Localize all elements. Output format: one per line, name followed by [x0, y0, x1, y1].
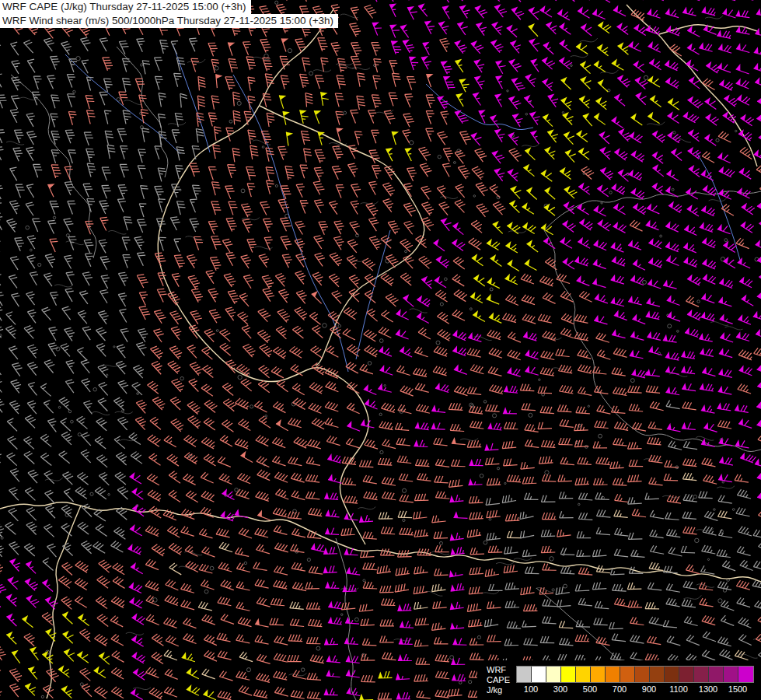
legend-swatch-strip	[516, 666, 754, 683]
legend-swatch	[576, 667, 591, 682]
legend-title: WRF CAPE J/kg	[487, 665, 510, 695]
legend-title-model: WRF	[487, 665, 510, 675]
wind-barb-map	[0, 0, 761, 700]
legend-tick-row: 100300500700900110013001500	[516, 684, 754, 695]
legend-tick-label: 1100	[669, 684, 688, 694]
legend-swatch	[620, 667, 635, 682]
legend-swatch	[591, 667, 606, 682]
legend-title-units: J/kg	[487, 685, 510, 695]
legend-swatch	[665, 667, 679, 682]
legend-swatch	[709, 667, 724, 682]
legend-swatch	[546, 667, 561, 682]
legend-tick-label: 100	[524, 684, 538, 694]
map-title-windshear: WRF Wind shear (m/s) 500/1000hPa Thursda…	[0, 14, 338, 28]
map-title-cape: WRF CAPE (J/kg) Thursday 27-11-2025 15:0…	[0, 0, 251, 14]
legend-tick-label: 500	[583, 684, 597, 694]
legend-title-variable: CAPE	[487, 675, 510, 685]
legend-swatch	[679, 667, 694, 682]
legend-swatch	[738, 667, 753, 682]
legend-tick-label: 700	[613, 684, 627, 694]
cape-color-legend: WRF CAPE J/kg 10030050070090011001300150…	[477, 660, 761, 700]
legend-tick-label: 1300	[699, 684, 717, 694]
legend-swatch	[561, 667, 576, 682]
legend-swatch	[694, 667, 709, 682]
legend-swatch	[606, 667, 620, 682]
legend-swatch	[517, 667, 532, 682]
legend-swatch	[724, 667, 738, 682]
legend-swatch	[635, 667, 650, 682]
legend-tick-label: 900	[642, 684, 656, 694]
legend-scale: 100300500700900110013001500	[516, 666, 754, 695]
legend-swatch	[532, 667, 546, 682]
legend-swatch	[650, 667, 665, 682]
legend-tick-label: 1500	[728, 684, 747, 694]
wrf-weather-map: WRF CAPE (J/kg) Thursday 27-11-2025 15:0…	[0, 0, 761, 700]
legend-tick-label: 300	[553, 684, 567, 694]
